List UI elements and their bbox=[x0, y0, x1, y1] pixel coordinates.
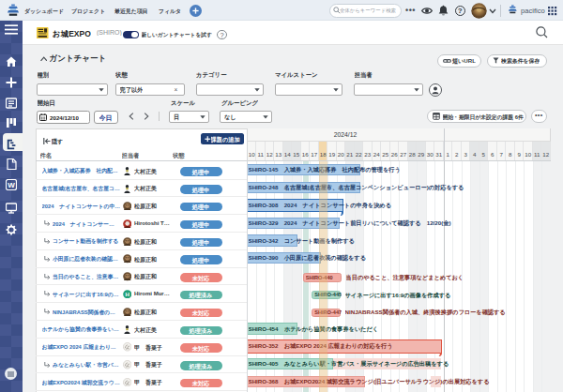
svg-text:W: W bbox=[8, 181, 15, 189]
svg-text:H: H bbox=[125, 291, 129, 297]
